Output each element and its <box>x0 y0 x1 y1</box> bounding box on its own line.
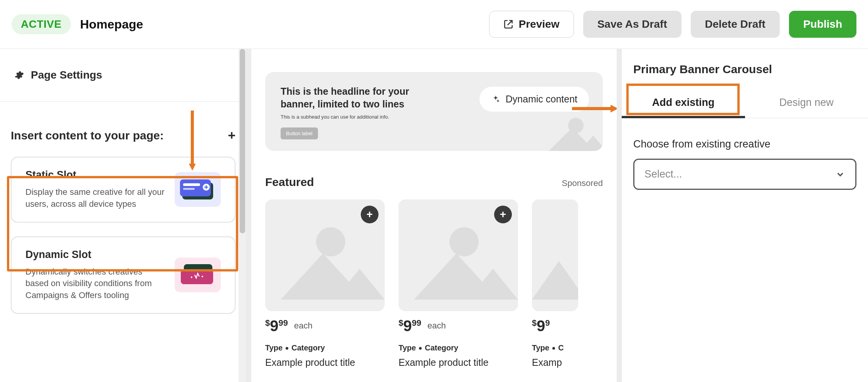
page-settings-button[interactable]: Page Settings <box>0 49 246 102</box>
choose-existing-label: Choose from existing creative <box>633 138 856 150</box>
svg-point-8 <box>191 276 192 278</box>
banner-headline: This is the headline for your banner, li… <box>281 85 442 110</box>
static-slot-title: Static Slot <box>25 169 167 181</box>
dynamic-slot-thumb <box>175 258 221 292</box>
sidebar: Page Settings Insert content to your pag… <box>0 49 247 382</box>
external-link-icon <box>503 19 513 29</box>
price-whole: 9 <box>270 318 278 333</box>
gear-icon <box>14 70 24 80</box>
product-type: Type <box>399 343 416 352</box>
insert-content-label: Insert content to your page: <box>11 129 164 142</box>
topbar-actions: Preview Save As Draft Delete Draft Publi… <box>489 11 856 38</box>
delete-draft-button[interactable]: Delete Draft <box>691 11 780 38</box>
creative-select-placeholder: Select... <box>644 168 682 180</box>
price-cents: 99 <box>412 318 421 328</box>
chevron-down-icon <box>835 169 845 179</box>
product-image-placeholder <box>532 199 578 311</box>
price-unit: each <box>294 321 313 331</box>
save-draft-button[interactable]: Save As Draft <box>583 11 681 38</box>
price-unit: each <box>427 321 446 331</box>
add-product-button[interactable]: + <box>494 206 512 223</box>
svg-point-15 <box>316 227 345 256</box>
dynamic-content-label: Dynamic content <box>506 94 577 105</box>
banner-button[interactable]: Button label <box>281 127 318 139</box>
preview-button-label: Preview <box>519 18 560 30</box>
product-price: $ 9 9 <box>532 318 550 333</box>
product-image-placeholder: + <box>399 199 518 311</box>
price-cents: 99 <box>279 318 288 328</box>
page-settings-label: Page Settings <box>31 69 102 81</box>
svg-point-19 <box>449 227 479 256</box>
svg-rect-3 <box>183 188 195 190</box>
product-image-placeholder: + <box>265 199 385 311</box>
svg-point-7 <box>202 276 203 277</box>
dynamic-content-pill[interactable]: Dynamic content <box>479 87 589 112</box>
product-meta: TypeC <box>532 343 578 352</box>
page-title: Homepage <box>80 17 489 32</box>
banner-image-placeholder <box>533 112 603 151</box>
sparkle-icon <box>491 95 500 104</box>
svg-rect-2 <box>183 183 200 186</box>
canvas: This is the headline for your banner, li… <box>251 49 617 382</box>
product-price: $ 9 99 <box>399 318 421 333</box>
product-category: Category <box>425 343 458 352</box>
add-product-button[interactable]: + <box>361 206 378 223</box>
main-columns: Page Settings Insert content to your pag… <box>0 49 868 382</box>
product-list: + $ 9 99 each TypeCategory <box>265 199 603 368</box>
product-title: Examp <box>532 357 578 368</box>
price-whole: 9 <box>537 318 545 333</box>
svg-marker-25 <box>611 105 617 112</box>
dynamic-slot-desc: Dynamically switches creatives based on … <box>25 266 167 302</box>
dynamic-slot-title: Dynamic Slot <box>25 249 167 261</box>
topbar: ACTIVE Homepage Preview Save As Draft De… <box>0 0 868 49</box>
preview-button[interactable]: Preview <box>489 11 574 38</box>
dynamic-slot-card[interactable]: Dynamic Slot Dynamically switches creati… <box>11 236 236 314</box>
static-slot-thumb <box>175 172 221 207</box>
product-title: Example product title <box>399 357 518 368</box>
product-meta: TypeCategory <box>399 343 518 352</box>
add-content-icon[interactable]: + <box>228 128 236 143</box>
product-type: Type <box>265 343 283 352</box>
product-price: $ 9 99 <box>265 318 288 333</box>
product-category: C <box>558 343 564 352</box>
product-title: Example product title <box>265 357 385 368</box>
product-category: Category <box>291 343 325 352</box>
insert-content-header: Insert content to your page: + <box>11 128 236 143</box>
creative-select[interactable]: Select... <box>633 159 856 190</box>
price-cents: 9 <box>545 318 550 328</box>
banner-card[interactable]: This is the headline for your banner, li… <box>265 72 603 151</box>
static-slot-desc: Display the same creative for all your u… <box>25 186 167 210</box>
product-card[interactable]: + $ 9 99 each TypeCategory <box>265 199 385 368</box>
status-badge: ACTIVE <box>12 14 71 34</box>
price-currency: $ <box>532 318 537 328</box>
product-card[interactable]: + $ 9 99 each TypeCategory <box>399 199 518 368</box>
canvas-wrap: This is the headline for your banner, li… <box>247 49 621 382</box>
sponsored-label: Sponsored <box>562 178 603 188</box>
tab-add-existing[interactable]: Add existing <box>622 87 745 118</box>
price-whole: 9 <box>403 318 412 333</box>
right-panel: Primary Banner Carousel Add existing Des… <box>621 49 868 382</box>
right-panel-title: Primary Banner Carousel <box>633 63 856 76</box>
tab-design-new[interactable]: Design new <box>745 87 868 118</box>
publish-button[interactable]: Publish <box>789 11 856 38</box>
featured-section: Featured Sponsored + $ 9 <box>265 176 603 368</box>
static-slot-card[interactable]: Static Slot Display the same creative fo… <box>11 157 236 223</box>
price-currency: $ <box>399 318 403 328</box>
product-type: Type <box>532 343 549 352</box>
product-card[interactable]: $ 9 9 TypeC Examp <box>532 199 578 368</box>
tab-underline <box>622 116 745 118</box>
price-currency: $ <box>265 318 270 328</box>
product-meta: TypeCategory <box>265 343 385 352</box>
scrollbar[interactable] <box>239 49 246 382</box>
right-panel-tabs: Add existing Design new <box>622 87 868 118</box>
featured-title: Featured <box>265 176 314 189</box>
